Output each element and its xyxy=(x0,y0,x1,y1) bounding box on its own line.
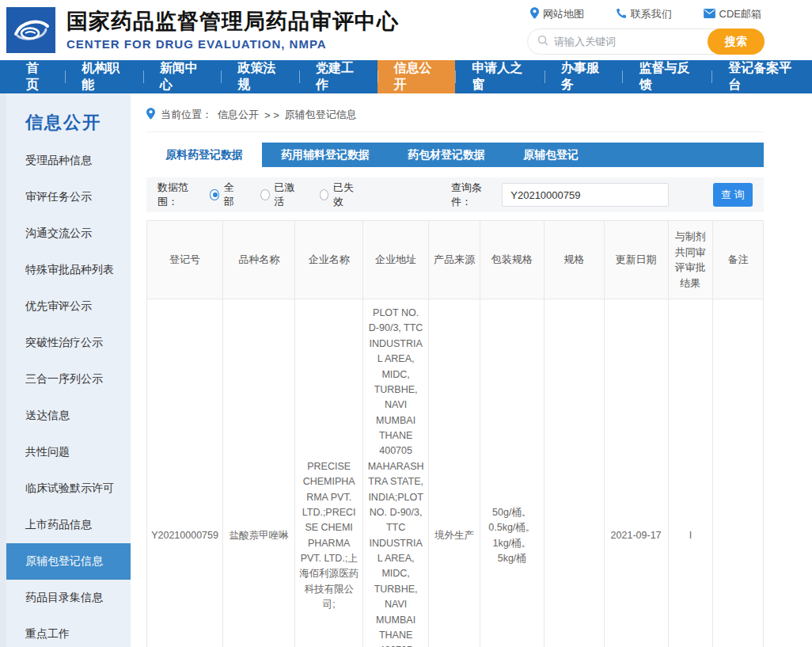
cell-remark xyxy=(713,299,764,647)
sidebar-item-excipient-registration[interactable]: 原辅包登记信息 xyxy=(6,543,131,580)
breadcrumb-current: 原辅包登记信息 xyxy=(285,108,357,122)
quick-links: 网站地图 联系我们 CDE邮箱 xyxy=(527,6,765,21)
sidebar-item-special-approval-list[interactable]: 特殊审批品种列表 xyxy=(6,252,131,288)
query-button[interactable]: 查 询 xyxy=(713,183,753,207)
tab-excipient-registration-data[interactable]: 药用辅料登记数据 xyxy=(262,143,389,167)
nav-item-applicant-window[interactable]: 申请人之窗 xyxy=(455,60,544,93)
sidebar-item-common-issues[interactable]: 共性问题 xyxy=(6,434,131,470)
sidebar-item-review-tasks[interactable]: 审评任务公示 xyxy=(6,179,131,215)
cell-review-result: I xyxy=(668,299,713,647)
sidebar-item-breakthrough-therapy[interactable]: 突破性治疗公示 xyxy=(6,325,131,361)
sidebar-item-priority-review[interactable]: 优先审评公示 xyxy=(6,288,131,325)
page-title: 国家药品监督管理局药品审评中心 xyxy=(66,10,399,34)
link-label: 网站地图 xyxy=(543,7,584,21)
nav-item-party-building[interactable]: 党建工作 xyxy=(299,60,378,93)
link-site-map[interactable]: 网站地图 xyxy=(530,7,584,21)
filter-bar: 数据范围： 全部 已激活 已失效 查询条件： 查 询 xyxy=(146,177,764,212)
cell-source: 境外生产 xyxy=(429,299,480,647)
sidebar-item-communication[interactable]: 沟通交流公示 xyxy=(6,215,131,252)
table-row: Y20210000759 盐酸萘甲唑啉 PRECISE CHEMIPHARMA … xyxy=(147,299,764,647)
nav-item-functions[interactable]: 机构职能 xyxy=(65,60,143,93)
tab-excipient-registration[interactable]: 原辅包登记 xyxy=(504,143,598,167)
link-cde-mail[interactable]: CDE邮箱 xyxy=(704,7,761,21)
col-header-review-result: 与制剂共同审评审批结果 xyxy=(668,221,713,299)
table-header-row: 登记号 品种名称 企业名称 企业地址 产品来源 包装规格 规格 更新日期 与制剂… xyxy=(147,221,764,299)
nav-item-info-disclosure[interactable]: 信息公开 xyxy=(378,60,456,93)
radio-label: 已激活 xyxy=(275,181,299,209)
radio-expired[interactable]: 已失效 xyxy=(320,181,359,209)
sidebar-item-key-work[interactable]: 重点工作 xyxy=(6,616,131,647)
nav-item-services[interactable]: 办事服务 xyxy=(544,60,623,93)
radio-label: 已失效 xyxy=(333,181,358,209)
tab-bar: 原料药登记数据 药用辅料登记数据 药包材登记数据 原辅包登记 xyxy=(146,143,764,167)
query-input[interactable] xyxy=(502,183,669,207)
main-nav: 首页 机构职能 新闻中心 政策法规 党建工作 信息公开 申请人之窗 办事服务 监… xyxy=(0,60,812,93)
cell-product-name: 盐酸萘甲唑啉 xyxy=(223,299,295,647)
sidebar-title: 信息公开 xyxy=(25,111,131,135)
link-label: CDE邮箱 xyxy=(719,7,761,21)
breadcrumb-label: 当前位置： xyxy=(161,108,212,122)
col-header-packaging: 包装规格 xyxy=(480,221,544,299)
location-pin-icon xyxy=(146,108,155,122)
site-header: 国家药品监督管理局药品审评中心 CENTER FOR DRUG EVALUATI… xyxy=(0,0,812,60)
page-body: 信息公开 受理品种信息 审评任务公示 沟通交流公示 特殊审批品种列表 优先审评公… xyxy=(0,93,812,647)
col-header-spec: 规格 xyxy=(544,221,604,299)
col-header-product-name: 品种名称 xyxy=(223,221,295,299)
col-header-remark: 备注 xyxy=(713,221,764,299)
query-label: 查询条件： xyxy=(451,181,495,209)
col-header-company: 企业名称 xyxy=(295,221,363,299)
cell-company: PRECISE CHEMIPHARMA PVT. LTD.;PRECISE CH… xyxy=(295,299,363,647)
registration-table: 登记号 品种名称 企业名称 企业地址 产品来源 包装规格 规格 更新日期 与制剂… xyxy=(146,220,764,647)
cell-update-date: 2021-09-17 xyxy=(604,299,668,647)
nav-item-news[interactable]: 新闻中心 xyxy=(143,60,222,93)
link-label: 联系我们 xyxy=(631,7,672,21)
col-header-update-date: 更新日期 xyxy=(604,221,668,299)
cell-packaging: 50g/桶。0.5kg/桶。1kg/桶。5kg/桶 xyxy=(480,299,544,647)
envelope-icon xyxy=(704,9,715,21)
cell-spec xyxy=(544,299,604,647)
phone-icon xyxy=(616,8,627,21)
cell-reg-no: Y20210000759 xyxy=(147,299,223,647)
breadcrumb: 当前位置： 信息公开 > > 原辅包登记信息 xyxy=(146,103,764,132)
sidebar-item-clinical-trial-license[interactable]: 临床试验默示许可 xyxy=(6,470,131,507)
header-right: 网站地图 联系我们 CDE邮箱 搜索 xyxy=(527,6,765,55)
radio-icon xyxy=(210,189,218,200)
nav-item-home[interactable]: 首页 xyxy=(9,60,65,93)
sidebar: 信息公开 受理品种信息 审评任务公示 沟通交流公示 特殊审批品种列表 优先审评公… xyxy=(6,93,131,647)
search-input[interactable] xyxy=(554,36,700,48)
sidebar-item-drug-catalog[interactable]: 药品目录集信息 xyxy=(6,580,131,616)
nav-item-supervision-feedback[interactable]: 监督与反馈 xyxy=(622,60,711,93)
scope-radio-group: 全部 已激活 已失效 xyxy=(210,181,358,209)
tab-packaging-registration-data[interactable]: 药包材登记数据 xyxy=(389,143,504,167)
sidebar-item-delivery-info[interactable]: 送达信息 xyxy=(6,398,131,434)
site-title-block: 国家药品监督管理局药品审评中心 CENTER FOR DRUG EVALUATI… xyxy=(66,10,399,50)
sidebar-item-marketed-drugs[interactable]: 上市药品信息 xyxy=(6,507,131,543)
radio-activated[interactable]: 已激活 xyxy=(260,181,299,209)
link-contact-us[interactable]: 联系我们 xyxy=(616,7,672,21)
col-header-reg-no: 登记号 xyxy=(147,221,223,299)
col-header-source: 产品来源 xyxy=(429,221,480,299)
radio-icon xyxy=(260,189,270,200)
sidebar-item-accepted-products[interactable]: 受理品种信息 xyxy=(6,143,131,179)
page-subtitle: CENTER FOR DRUG EVALUATION, NMPA xyxy=(66,37,399,51)
sidebar-item-three-in-one[interactable]: 三合一序列公示 xyxy=(6,361,131,398)
scope-label: 数据范围： xyxy=(157,181,202,209)
search-button[interactable]: 搜索 xyxy=(708,29,765,55)
col-header-address: 企业地址 xyxy=(363,221,429,299)
location-pin-icon xyxy=(530,7,539,21)
radio-icon xyxy=(320,189,329,200)
search-bar: 搜索 xyxy=(527,29,765,55)
radio-label: 全部 xyxy=(224,181,240,209)
nav-item-registration-platform[interactable]: 登记备案平台 xyxy=(711,60,812,93)
tab-api-registration-data[interactable]: 原料药登记数据 xyxy=(146,143,262,167)
breadcrumb-section[interactable]: 信息公开 xyxy=(218,108,259,122)
cde-logo-icon xyxy=(6,7,55,53)
radio-all[interactable]: 全部 xyxy=(210,181,240,209)
breadcrumb-separator: > > xyxy=(264,109,279,121)
cell-address: PLOT NO. D-90/3, TTC INDUSTRIAL AREA, MI… xyxy=(363,299,429,647)
main-content: 当前位置： 信息公开 > > 原辅包登记信息 原料药登记数据 药用辅料登记数据 … xyxy=(131,93,812,647)
nav-item-policies[interactable]: 政策法规 xyxy=(221,60,299,93)
search-icon xyxy=(537,35,548,49)
